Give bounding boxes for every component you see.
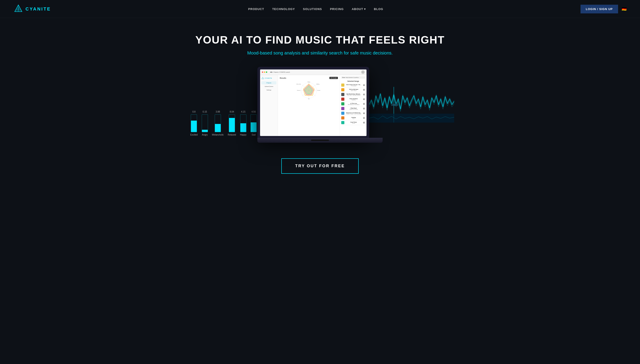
- song-list-item: Howling Ry X ▶: [341, 116, 365, 120]
- app-right-panel: Share https://product-1.cyanite.a Select…: [340, 75, 366, 136]
- nav-about[interactable]: ABOUT ▾: [352, 7, 366, 11]
- language-flag[interactable]: 🇩🇪: [622, 6, 626, 12]
- song-name: Mad World (Feat. Michael...: [345, 93, 362, 95]
- svg-text:Melancholic: Melancholic: [297, 84, 301, 85]
- song-play-button[interactable]: ▶: [363, 98, 365, 100]
- song-play-button[interactable]: ▶: [363, 108, 365, 110]
- mood-bar-item: 4.56 Sad: [251, 110, 257, 136]
- nav-technology[interactable]: TECHNOLOGY: [272, 7, 295, 11]
- svg-text:01:44: 01:44: [393, 104, 397, 106]
- svg-text:Excited: Excited: [317, 90, 320, 91]
- radar-chart: Happy Excited Sad Relaxed Uplifting Mela…: [297, 80, 321, 100]
- share-url: https://product-1.cyanite.a: [346, 77, 359, 78]
- song-play-button[interactable]: ▶: [363, 117, 365, 119]
- app-main-content: Results Edit Songlist: [278, 75, 340, 136]
- logo-icon: [14, 4, 23, 14]
- song-list-item: Enter Sandman Metallica ▶: [341, 97, 365, 102]
- svg-text:Happy: Happy: [307, 81, 310, 82]
- song-list-item: Here Comes The Sun - Re... The Beatles ▶: [341, 83, 365, 88]
- song-thumbnail: [341, 98, 344, 101]
- logo[interactable]: CYANITE: [14, 4, 51, 14]
- song-thumbnail: [341, 102, 344, 106]
- svg-text:Relaxed: Relaxed: [297, 90, 300, 91]
- songs-list: Here Comes The Sun - Re... The Beatles ▶…: [341, 83, 365, 125]
- song-play-button[interactable]: ▶: [363, 89, 365, 91]
- song-artist: The Beatles: [345, 85, 362, 86]
- song-artist: System Of A Down: [345, 109, 362, 110]
- chevron-down-icon: ▾: [364, 7, 366, 11]
- song-play-button[interactable]: ▶: [363, 103, 365, 105]
- song-artist: Metallica: [345, 99, 362, 100]
- song-thumbnail: [341, 116, 344, 120]
- app-topbar: ◀ ▶ Projects / CYANITE Launch C: [260, 70, 366, 75]
- song-list-item: Good Times Oli RC ▶: [341, 120, 365, 125]
- laptop-mockup: ◀ ▶ Projects / CYANITE Launch C: [257, 67, 383, 143]
- logo-text: CYANITE: [26, 6, 51, 12]
- song-thumbnail: [341, 84, 344, 87]
- song-artist: Frédéric Chopin + Luis Fernandez: [345, 114, 362, 114]
- svg-marker-3: [262, 77, 264, 79]
- hero-section: YOUR AI TO FIND MUSIC THAT FEELS RIGHT M…: [0, 18, 640, 147]
- mood-bars-panel: 0.8 Excited 0.15 Angry 3.88 Melancholic …: [186, 110, 269, 136]
- nav-solutions[interactable]: SOLUTIONS: [303, 7, 322, 11]
- song-artist: Oli RC: [345, 123, 362, 124]
- sidebar-settings[interactable]: Settings: [261, 88, 276, 92]
- mood-bar-item: 8.04 Relaxed: [228, 110, 236, 136]
- navbar: CYANITE PRODUCT TECHNOLOGY SOLUTIONS PRI…: [0, 0, 640, 18]
- nav-pricing[interactable]: PRICING: [330, 7, 344, 11]
- svg-text:Uplifting: Uplifting: [316, 84, 319, 85]
- song-artist: Bob Marley & The Wailers: [345, 104, 362, 105]
- app-sidebar: CYANITE Projects Upload Queue Settings: [260, 75, 278, 136]
- mood-bar-item: 0.15 Angry: [202, 110, 208, 136]
- edit-songlist-button[interactable]: Edit Songlist: [329, 77, 338, 79]
- mood-bar-item: 3.88 Melancholic: [212, 110, 224, 136]
- nav-blog[interactable]: BLOG: [374, 7, 383, 11]
- mood-bar-item: 0.8 Excited: [190, 110, 198, 136]
- sidebar-projects[interactable]: Projects: [261, 81, 276, 84]
- song-thumbnail: [341, 121, 344, 124]
- nav-product[interactable]: PRODUCT: [248, 7, 264, 11]
- song-name: Nocturne en mi bémol maj...: [345, 112, 362, 114]
- mood-bar-item: 4.15 Happy: [240, 110, 247, 136]
- selected-songs-title: Selected Songs: [341, 80, 365, 82]
- share-label[interactable]: Share: [342, 77, 345, 78]
- song-list-item: Mad World (Feat. Michael... Gary Jules +…: [341, 92, 365, 97]
- login-button[interactable]: LOGIN / SIGN UP: [580, 5, 618, 14]
- song-thumbnail: [341, 112, 344, 115]
- mockup-container: 0.8 Excited 0.15 Angry 3.88 Melancholic …: [186, 67, 454, 143]
- app-screen: ◀ ▶ Projects / CYANITE Launch C: [260, 70, 366, 136]
- app-breadcrumb: Projects / CYANITE Launch: [274, 72, 290, 73]
- cta-section: TRY OUT FOR FREE: [0, 147, 640, 187]
- song-play-button[interactable]: ▶: [363, 112, 365, 114]
- song-artist: Ry X: [345, 118, 362, 119]
- song-play-button[interactable]: ▶: [363, 122, 365, 124]
- song-list-item: Chop Suey! System Of A Down ▶: [341, 106, 365, 111]
- song-artist: Taylor Dayne: [345, 90, 362, 91]
- hero-subtitle: Mood-based song analysis and similarity …: [5, 50, 635, 56]
- try-free-button[interactable]: TRY OUT FOR FREE: [281, 158, 359, 174]
- song-play-button[interactable]: ▶: [363, 93, 365, 96]
- song-artist: Gary Jules + Michael Andrews: [345, 95, 362, 96]
- song-list-item: Tell It to My Heart Taylor Dayne ▶: [341, 88, 365, 92]
- song-play-button[interactable]: ▶: [363, 84, 365, 86]
- song-list-item: Is This Love Bob Marley & The Wailers ▶: [341, 102, 365, 106]
- results-title: Results: [280, 77, 286, 79]
- song-list-item: Nocturne en mi bémol maj... Frédéric Cho…: [341, 111, 365, 116]
- sidebar-upload[interactable]: Upload Queue: [261, 85, 276, 88]
- song-name: Here Comes The Sun - Re...: [345, 84, 362, 85]
- song-thumbnail: [341, 107, 344, 110]
- song-thumbnail: [341, 93, 344, 96]
- song-thumbnail: [341, 88, 344, 91]
- hero-title: YOUR AI TO FIND MUSIC THAT FEELS RIGHT: [5, 34, 635, 46]
- svg-text:Sad: Sad: [308, 98, 310, 99]
- nav-links: PRODUCT TECHNOLOGY SOLUTIONS PRICING ABO…: [248, 7, 383, 11]
